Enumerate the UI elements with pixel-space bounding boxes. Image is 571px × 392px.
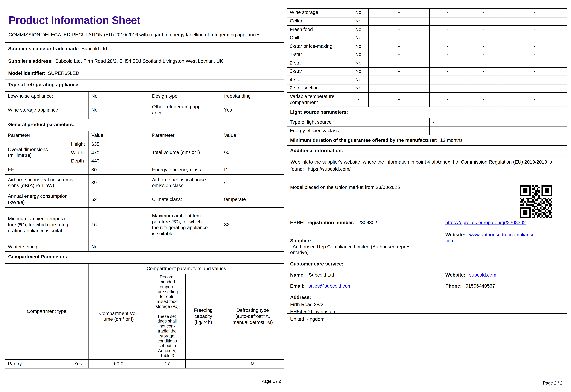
param-label: Total volume (dm³ or l): [149, 140, 221, 165]
dimensions-row: Overal dimensions (millimetre) Height 63…: [5, 140, 285, 166]
market-info-box: Model placed on the Union market from 23…: [286, 180, 567, 314]
address-label: Address:: [290, 294, 564, 301]
compartment-row-value: -: [429, 34, 465, 42]
care-website-link[interactable]: subcold.com: [469, 272, 496, 278]
compartment-row-value: -: [429, 17, 465, 25]
column-header: Value: [221, 131, 284, 140]
param-label: Annual energy consumption (kWh/a): [5, 191, 88, 208]
email-label: Email:: [290, 283, 305, 289]
compartment-row-value: -: [429, 92, 465, 107]
compartment-row-value: -: [368, 17, 429, 25]
eei-row: EEI 80 Energy efficiency class D: [5, 165, 285, 175]
compartment-row-value: -: [501, 84, 567, 92]
supplier-address-value: Subcold Ltd, Firth Road 28/2, EH54 5DJ S…: [55, 58, 223, 65]
compartment-row-value: -: [368, 76, 429, 84]
compartment-row-value: -: [501, 25, 567, 34]
email-link[interactable]: sales@subcold.com: [308, 283, 352, 289]
compartment-row-present: No: [348, 25, 368, 34]
column-header: Freezing capacity (kg/24h): [185, 274, 221, 359]
dimension-key: Width: [68, 149, 88, 157]
compartment-row-value: -: [501, 17, 567, 25]
param-label: Energy efficiency class: [287, 126, 429, 135]
compartment-row-value: -: [465, 25, 501, 34]
supplier-address-label: Supplier's address:: [8, 58, 53, 65]
care-name: Name: Subcold Ltd: [290, 272, 445, 278]
param-label: Design type:: [149, 91, 221, 101]
empty-cell: [149, 242, 284, 252]
column-header: Parameter: [149, 131, 221, 140]
param-value: No: [88, 242, 149, 252]
eprel-label: EPREL registration number:: [290, 220, 355, 225]
compartment-row-value: -: [368, 9, 429, 17]
type-section-heading: Type of refrigerating appliance:: [5, 79, 285, 92]
param-value: -: [429, 126, 567, 135]
compartment-row-label: Cellar: [287, 17, 348, 25]
type-table-row-1: Low-noise appliance: No Design type: fre…: [5, 91, 285, 101]
model-identifier-label: Model identifier:: [8, 70, 45, 77]
compartment-row-value: -: [501, 67, 567, 76]
phone-value: 01506440557: [466, 283, 495, 289]
column-header: Defrosting type (auto-defrost=A, manual …: [221, 274, 284, 359]
param-value: 60: [221, 140, 284, 165]
param-label: Climate class:: [149, 191, 221, 208]
compartment-row-value: -: [429, 59, 465, 67]
name-value: Subcold Ltd: [309, 272, 334, 278]
winter-setting-row: Winter setting No: [5, 242, 285, 252]
supplier-row: Supplier: Authorised Rep Compliance Limi…: [290, 232, 564, 256]
address-block: Address: Firth Road 28/2 EH54 5DJ Living…: [290, 294, 564, 323]
dimension-value: 635: [88, 140, 149, 149]
param-value: -: [429, 118, 567, 126]
qr-code: [520, 185, 553, 218]
param-label: Type of light source: [287, 118, 429, 126]
eprel-link[interactable]: https://eprel.ec.europa.eu/qr/2308302: [445, 220, 526, 225]
column-header: Value: [88, 131, 149, 140]
param-value: Yes: [221, 101, 284, 119]
care-email: Email: sales@subcold.com: [290, 283, 445, 289]
compartment-row-value: -: [501, 76, 567, 84]
supplier-info: Supplier: Authorised Rep Compliance Limi…: [290, 232, 445, 256]
weblink-url[interactable]: https://subcold.com/: [308, 167, 351, 172]
ambient-temperature-row: Minimum ambient tempera- ture (ºC), for …: [5, 208, 285, 242]
compartment-row-value: -: [429, 42, 465, 51]
compartment-row-value: -: [368, 34, 429, 42]
energy-row: Annual energy consumption (kWh/a) 62 Cli…: [5, 191, 285, 208]
compartment-row-label: Pantry: [5, 359, 68, 368]
param-value: 39: [88, 175, 149, 191]
website-label: Website:: [445, 272, 465, 278]
compartment-row-present: No: [348, 84, 368, 92]
param-value: temperate: [221, 191, 284, 208]
model-identifier-value: SUPER65LED: [48, 70, 79, 77]
type-table-row-2: Wine storage appliance: No Other refrige…: [5, 101, 285, 119]
column-header: Compartment Vol- ume (dm³ or l): [88, 274, 149, 359]
guarantee-value: 12 months: [440, 138, 463, 143]
compartment-row-value: -: [501, 42, 567, 51]
supplier-value: Authorised Rep Compliance Limited (Autho…: [290, 244, 410, 255]
compartment-row-label: 4-star: [287, 76, 348, 84]
param-value: freestanding: [221, 91, 284, 101]
compartment-row-value: -: [429, 84, 465, 92]
compartment-row-value: -: [465, 84, 501, 92]
param-value: 32: [221, 208, 284, 242]
document-canvas: Product Information Sheet COMMISSION DEL…: [0, 0, 571, 392]
address-lines: Firth Road 28/2 EH54 5DJ Livingston Unit…: [290, 301, 564, 323]
param-value: 62: [88, 191, 149, 208]
compartment-row-value: -: [465, 17, 501, 25]
compartment-row-value: -: [465, 67, 501, 76]
compartment-row-value: -: [368, 59, 429, 67]
weblink-row: Weblink to the supplier's website, where…: [286, 156, 567, 176]
column-header: Compartment type: [5, 264, 88, 359]
care-email-row: Email: sales@subcold.com Phone: 01506440…: [290, 283, 564, 289]
additional-info-heading: Additional information:: [286, 145, 567, 156]
supplier-name-row: Supplier's name or trade mark: Subcold L…: [5, 42, 285, 56]
guarantee-label: Minimum duration of the guarantee offere…: [290, 138, 438, 143]
compartment-table: Compartment type Compartment parameters …: [5, 263, 285, 368]
column-header: Recom- mended tempera- ture setting for …: [149, 274, 185, 359]
supplier-address-row: Supplier's address: Subcold Ltd, Firth R…: [5, 55, 285, 68]
compartment-row-value: -: [368, 92, 429, 107]
compartment-row-value: -: [429, 25, 465, 34]
compartment-row-value: -: [429, 9, 465, 17]
compartment-row-value: -: [465, 59, 501, 67]
compartment-row-value: -: [501, 9, 567, 17]
page-title: Product Information Sheet: [9, 14, 281, 27]
compartment-row-label: 0-star or ice-making: [287, 42, 348, 51]
